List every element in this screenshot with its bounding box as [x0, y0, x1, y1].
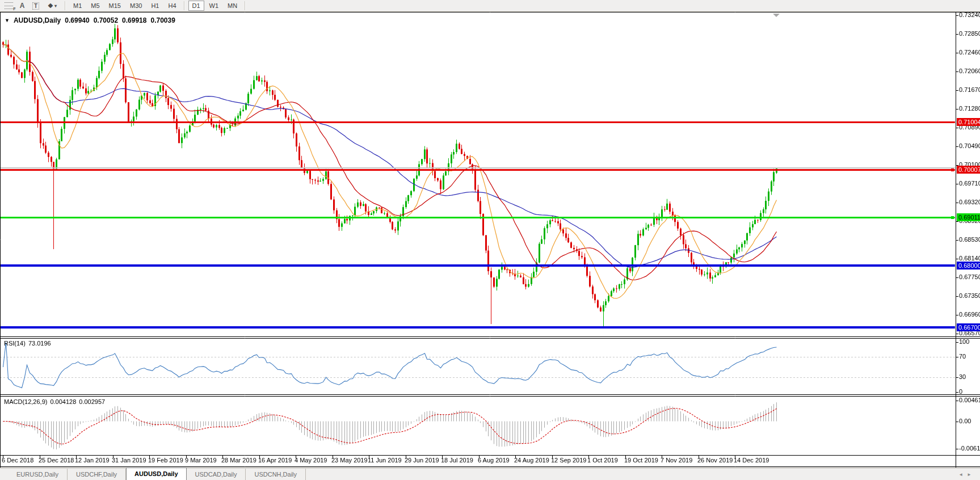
timeframe-button-m15[interactable]: M15 — [105, 1, 125, 11]
timeframe-button-m30[interactable]: M30 — [126, 1, 146, 11]
rsi-name: RSI(14) — [4, 340, 26, 347]
tab-scroll-left-icon[interactable]: ◄ — [958, 472, 967, 477]
hline-price-label: 0.71004 — [957, 118, 980, 126]
symbol-label: AUDUSD,Daily — [14, 16, 61, 24]
macd-level-label: 0.004616 — [959, 397, 980, 403]
ohlc-low: 0.69918 — [122, 16, 146, 24]
timeframe-button-h1[interactable]: H1 — [147, 1, 163, 11]
text-box-icon: T — [32, 2, 39, 10]
timeframe-button-mn[interactable]: MN — [224, 1, 241, 11]
date-label: 1 Oct 2019 — [587, 457, 618, 464]
chart-tab-usdcnh[interactable]: USDCNH,Daily — [246, 469, 306, 480]
date-label: 6 Aug 2019 — [478, 457, 510, 464]
fibonacci-tool-button[interactable]: F — [2, 1, 15, 11]
chart-tab-audusd[interactable]: AUDUSD,Daily — [126, 468, 186, 480]
timeframe-button-m1[interactable]: M1 — [69, 1, 86, 11]
ohlc-high: 0.70052 — [94, 16, 118, 24]
chart-area[interactable]: ▼ AUDUSD,Daily 0.69940 0.70052 0.69918 0… — [0, 12, 980, 468]
timeframe-button-group: M1M5M15M30H1H4D1W1MN — [69, 1, 249, 11]
price-tick-label: 0.70490 — [959, 142, 980, 149]
date-label: 29 Jun 2019 — [405, 457, 439, 464]
price-tick-label: 0.69320 — [959, 199, 980, 205]
date-label: 26 Nov 2019 — [697, 457, 733, 464]
timeframe-button-d1[interactable]: D1 — [188, 1, 204, 11]
macd-indicator-label: MACD(12,26,9) 0.004128 0.002957 — [4, 398, 105, 405]
chart-tab-eurusd[interactable]: EURUSD,Daily — [8, 469, 68, 480]
mt4-window: F A T ❖ ▾ M1M5M15M30H1H4D1W1MN ▼ AUDUSD,… — [0, 0, 980, 480]
date-label: 19 Oct 2019 — [624, 457, 658, 464]
shapes-icon: ❖ — [48, 2, 53, 10]
price-tick-label: 0.71280 — [959, 105, 980, 112]
toolbar: F A T ❖ ▾ M1M5M15M30H1H4D1W1MN — [0, 0, 980, 12]
rsi-level-label: 30 — [959, 373, 966, 380]
price-tick-label: 0.67750 — [959, 273, 980, 280]
chart-tabs-bar: EURUSD,DailyUSDCHF,DailyAUDUSD,DailyUSDC… — [0, 468, 980, 480]
chart-overlays: ▼ AUDUSD,Daily 0.69940 0.70052 0.69918 0… — [0, 12, 980, 468]
chart-tab-usdcad[interactable]: USDCAD,Daily — [187, 469, 246, 480]
price-tick-label: 0.68530 — [959, 236, 980, 243]
price-tick-label: 0.71670 — [959, 86, 980, 93]
price-tick-label: 0.66960 — [959, 311, 980, 318]
date-label: 12 Jan 2019 — [75, 457, 110, 464]
date-label: 9 Mar 2019 — [185, 457, 217, 464]
date-label: 7 Nov 2019 — [661, 457, 692, 464]
ohlc-open: 0.69940 — [65, 16, 89, 24]
hline-price-label: 0.69011 — [957, 213, 980, 221]
rsi-level-label: 0 — [959, 388, 962, 395]
collapse-indicator-icon[interactable]: ▼ — [5, 18, 10, 23]
timeframe-button-m5[interactable]: M5 — [87, 1, 103, 11]
chart-tabs: EURUSD,DailyUSDCHF,DailyAUDUSD,DailyUSDC… — [8, 468, 306, 480]
date-label: 16 Apr 2019 — [258, 457, 292, 464]
hline-price-label: 0.68000 — [957, 262, 980, 270]
date-label: 24 Aug 2019 — [514, 457, 549, 464]
rsi-indicator-label: RSI(14) 73.0196 — [4, 340, 51, 347]
timeframe-button-h4[interactable]: H4 — [164, 1, 180, 11]
price-tick-label: 0.67350 — [959, 292, 980, 299]
date-label: 6 Dec 2018 — [2, 457, 33, 464]
toolbar-separator — [245, 1, 246, 10]
date-label: 28 Mar 2019 — [221, 457, 256, 464]
fibonacci-icon: F — [5, 2, 13, 9]
text-box-tool-button[interactable]: T — [29, 1, 43, 11]
price-tick-label: 0.69710 — [959, 180, 980, 187]
rsi-level-label: 100 — [959, 338, 969, 345]
price-tick-label: 0.72460 — [959, 49, 980, 56]
hline-price-label: 0.66700 — [957, 323, 980, 331]
date-label: 25 Dec 2018 — [39, 457, 74, 464]
macd-level-label: 0.00 — [959, 418, 971, 424]
price-tick-label: 0.72850 — [959, 30, 980, 37]
macd-name: MACD(12,26,9) — [4, 398, 47, 405]
tab-scroll-arrows[interactable]: ◄► — [958, 472, 975, 477]
toolbar-separator — [184, 1, 185, 10]
date-label: 23 May 2019 — [331, 457, 368, 464]
toolbar-separator — [65, 1, 66, 10]
chevron-down-icon: ▾ — [54, 3, 57, 9]
text-label-icon: A — [20, 2, 25, 10]
macd-level-label: -0.006126 — [959, 445, 980, 452]
date-label: 12 Sep 2019 — [551, 457, 586, 464]
tab-scroll-right-icon[interactable]: ► — [967, 472, 975, 477]
rsi-current-value: 73.0196 — [28, 340, 51, 347]
date-label: 31 Jan 2019 — [112, 457, 146, 464]
price-tick-label: 0.68140 — [959, 255, 980, 262]
timeframe-button-w1[interactable]: W1 — [205, 1, 223, 11]
price-tick-label: 0.73240 — [959, 11, 980, 18]
price-tick-label: 0.72060 — [959, 68, 980, 74]
ohlc-close: 0.70039 — [150, 16, 175, 24]
macd-main-value: 0.004128 — [50, 398, 76, 405]
chart-tab-usdchf[interactable]: USDCHF,Daily — [68, 469, 126, 480]
date-label: 18 Jul 2019 — [441, 457, 473, 464]
date-label: 14 Dec 2019 — [734, 457, 769, 464]
hline-price-label: 0.70007 — [957, 166, 980, 174]
date-label: 19 Feb 2019 — [148, 457, 183, 464]
chart-title: ▼ AUDUSD,Daily 0.69940 0.70052 0.69918 0… — [5, 16, 175, 24]
date-label: 11 Jun 2019 — [368, 457, 402, 464]
shapes-tool-button[interactable]: ❖ ▾ — [43, 1, 62, 11]
rsi-level-label: 70 — [959, 353, 966, 360]
date-label: 4 May 2019 — [295, 457, 327, 464]
text-label-tool-button[interactable]: A — [15, 1, 29, 11]
macd-signal-value: 0.002957 — [79, 398, 105, 405]
